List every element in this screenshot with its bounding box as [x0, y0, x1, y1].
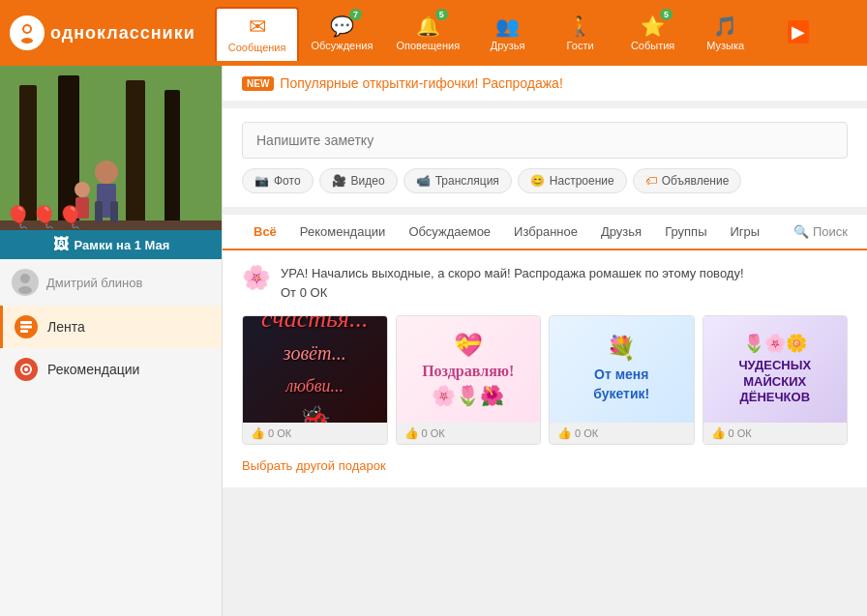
feed-promo: 🌸 УРА! Начались выходные, а скоро май! Р…: [242, 264, 848, 302]
tab-recs[interactable]: Рекомендации: [288, 215, 398, 250]
friends-icon: 👥: [495, 15, 520, 37]
nav-item-video[interactable]: ▶: [762, 15, 834, 50]
logo-icon: [10, 15, 45, 50]
recs-label: Рекомендации: [47, 362, 139, 377]
messages-icon-wrap: ✉: [249, 15, 266, 40]
sticker-img-2: 💝 Поздравляю! 🌸🌷🌺: [397, 316, 541, 423]
nav-item-messages[interactable]: ✉ Сообщения: [215, 7, 300, 61]
svg-rect-6: [126, 80, 145, 240]
ok-button-2: 👍 0 ОК: [404, 426, 445, 440]
svg-point-21: [24, 367, 28, 371]
sticker-card-2[interactable]: 💝 Поздравляю! 🌸🌷🌺 👍 0 ОК: [396, 315, 542, 445]
choose-gift-link[interactable]: Выбрать другой подарок: [242, 458, 386, 473]
ok-icon-3: 👍: [557, 426, 572, 440]
video-play-icon: ▶: [788, 20, 809, 44]
header: одноклассники ✉ Сообщения 💬 7 Обсуждения…: [0, 0, 867, 66]
ad-button[interactable]: 🏷 Объявление: [633, 168, 742, 193]
stickers-grid: счастья...зовёт...любви... 🐞 👍 0 ОК: [242, 315, 848, 445]
sticker-card-1[interactable]: счастья...зовёт...любви... 🐞 👍 0 ОК: [242, 315, 388, 445]
notifications-icon-wrap: 🔔 5: [416, 15, 440, 38]
feed-content: 🌸 УРА! Начались выходные, а скоро май! Р…: [223, 250, 867, 487]
video-icon: 🎥: [332, 174, 346, 188]
post-actions: 📷 Фото 🎥 Видео 📹 Трансляция 😊 Настроение…: [242, 168, 848, 193]
flower-icon: 🌸: [242, 264, 271, 291]
sticker-footer-4: 👍 0 ОК: [703, 423, 848, 444]
discussions-icon-wrap: 💬 7: [330, 15, 354, 38]
svg-rect-18: [20, 326, 32, 329]
nav-item-guests[interactable]: 🚶 Гости: [544, 9, 616, 57]
promo-description: УРА! Начались выходные, а скоро май! Рас…: [281, 264, 744, 302]
guests-icon: 🚶: [568, 15, 592, 37]
logo-area[interactable]: одноклассники: [10, 15, 195, 50]
nav-label-discussions: Обсуждения: [311, 40, 373, 51]
sticker-card-3[interactable]: 💐 От менябукетик! 👍 0 ОК: [549, 315, 695, 445]
sidebar-item-recs[interactable]: Рекомендации: [0, 348, 222, 391]
user-avatar: [12, 269, 39, 296]
post-box: 📷 Фото 🎥 Видео 📹 Трансляция 😊 Настроение…: [223, 108, 867, 207]
nav-items: ✉ Сообщения 💬 7 Обсуждения 🔔 5 Оповещени…: [215, 7, 857, 59]
ok-button-4: 👍 0 ОК: [711, 426, 752, 440]
svg-point-9: [95, 161, 118, 184]
ok-icon-1: 👍: [251, 426, 265, 440]
photo-banner[interactable]: 🖼 Рамки на 1 Мая: [0, 230, 223, 259]
nav-label-friends: Друзья: [491, 40, 525, 51]
main-container: 🎈🎈🎈 🖼 Рамки на 1 Мая Дмитрий блинов: [0, 66, 867, 616]
user-name: Дмитрий блинов: [46, 276, 142, 290]
tab-fav[interactable]: Избранное: [502, 215, 589, 250]
tab-friends[interactable]: Друзья: [589, 215, 653, 250]
stream-button[interactable]: 📹 Трансляция: [404, 168, 512, 193]
sidebar-user[interactable]: Дмитрий блинов: [0, 259, 222, 306]
nav-label-notifications: Оповещения: [396, 40, 460, 51]
balloons: 🎈🎈🎈: [5, 205, 83, 230]
feed-search[interactable]: 🔍 Поиск: [793, 224, 848, 239]
ok-button-3: 👍 0 ОК: [557, 426, 598, 440]
guests-icon-wrap: 🚶: [568, 15, 592, 38]
tab-discuss[interactable]: Обсуждаемое: [397, 215, 502, 250]
profile-photo: 🎈🎈🎈 🖼 Рамки на 1 Мая: [0, 66, 223, 259]
video-button[interactable]: 🎥 Видео: [319, 168, 398, 193]
post-input[interactable]: [242, 122, 848, 159]
svg-point-15: [20, 274, 30, 283]
envelope-icon: ✉: [249, 15, 266, 39]
sticker-card-4[interactable]: 🌷🌸🌼 ЧУДЕСНЫХМАЙСКИХДЁНЕЧКОВ 👍 0 ОК: [703, 315, 849, 445]
feed-icon: [15, 315, 38, 338]
sidebar-item-feed[interactable]: Лента: [0, 306, 222, 348]
svg-point-2: [24, 26, 30, 32]
nav-item-notifications[interactable]: 🔔 5 Оповещения: [384, 9, 471, 57]
promo-banner: NEW Популярные открытки-гифочки! Распрод…: [223, 66, 867, 101]
nav-item-events[interactable]: ⭐ 5 События: [616, 9, 689, 57]
svg-rect-7: [164, 90, 180, 240]
video-icon-wrap: ▶: [788, 21, 809, 43]
music-icon: 🎵: [713, 15, 737, 37]
feed-label: Лента: [47, 319, 85, 335]
nav-item-music[interactable]: 🎵 Музыка: [689, 9, 762, 57]
nav-item-friends[interactable]: 👥 Друзья: [471, 9, 544, 57]
svg-rect-19: [20, 330, 28, 333]
music-icon-wrap: 🎵: [713, 15, 737, 38]
mood-button[interactable]: 😊 Настроение: [518, 168, 627, 193]
tab-games[interactable]: Игры: [718, 215, 771, 250]
tab-groups[interactable]: Группы: [653, 215, 718, 250]
ok-button-1: 👍 0 ОК: [251, 426, 291, 440]
notifications-badge: 5: [435, 9, 448, 20]
svg-rect-11: [95, 201, 103, 222]
sidebar: 🎈🎈🎈 🖼 Рамки на 1 Мая Дмитрий блинов: [0, 66, 223, 616]
svg-point-16: [18, 286, 32, 294]
feed-tabs: Всё Рекомендации Обсуждаемое Избранное Д…: [223, 215, 867, 250]
photo-button[interactable]: 📷 Фото: [242, 168, 314, 193]
content-area: NEW Популярные открытки-гифочки! Распрод…: [223, 66, 867, 616]
mood-icon: 😊: [530, 174, 545, 188]
nav-label-messages: Сообщения: [228, 42, 286, 53]
events-icon-wrap: ⭐ 5: [641, 15, 665, 38]
ad-icon: 🏷: [645, 174, 657, 188]
promo-link[interactable]: Популярные открытки-гифочки! Распродажа!: [280, 75, 562, 91]
recs-icon: [15, 358, 38, 381]
nav-label-events: События: [631, 40, 674, 51]
logo-text: одноклассники: [50, 23, 195, 44]
tab-all[interactable]: Всё: [242, 215, 288, 250]
nav-label-music: Музыка: [706, 40, 744, 51]
nav-item-discussions[interactable]: 💬 7 Обсуждения: [299, 9, 384, 57]
svg-point-13: [75, 182, 90, 197]
new-badge: NEW: [242, 76, 274, 91]
svg-point-1: [21, 38, 33, 44]
